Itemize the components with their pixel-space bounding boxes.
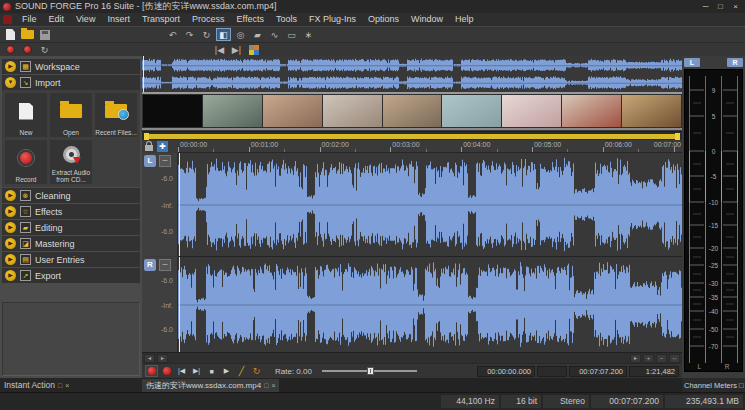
chevron-right-icon[interactable]: ▶ bbox=[5, 61, 16, 72]
instant-action-tab[interactable]: Instant Action bbox=[4, 380, 55, 390]
restore-icon[interactable]: □ bbox=[264, 382, 268, 389]
left-channel-waveform[interactable] bbox=[178, 153, 682, 256]
menu-insert[interactable]: Insert bbox=[101, 13, 136, 26]
import-button-open[interactable]: Open bbox=[50, 93, 92, 137]
zoom-fit-icon[interactable]: ↔ bbox=[669, 354, 680, 363]
auto-region-icon[interactable] bbox=[246, 43, 261, 56]
repeat-icon[interactable]: ↻ bbox=[199, 28, 214, 41]
scroll-right-icon[interactable]: ▸ bbox=[157, 354, 168, 363]
video-thumbnail[interactable] bbox=[203, 95, 262, 127]
edit-tool-button[interactable]: ╱ bbox=[235, 365, 248, 377]
sidebar-section-workspace[interactable]: ▶▦Workspace bbox=[2, 59, 140, 74]
new-file-icon[interactable] bbox=[3, 28, 18, 41]
meter-right-button[interactable]: R bbox=[727, 58, 743, 67]
import-button-recent-files[interactable]: Recent Files... bbox=[95, 93, 137, 137]
left-channel-button[interactable]: L bbox=[144, 155, 156, 167]
menu-tools[interactable]: Tools bbox=[270, 13, 303, 26]
envelope-tool-icon[interactable]: ∿ bbox=[267, 28, 282, 41]
video-thumbnail[interactable] bbox=[143, 95, 202, 127]
menu-options[interactable]: Options bbox=[362, 13, 405, 26]
close-icon[interactable]: × bbox=[271, 382, 275, 389]
close-icon[interactable]: × bbox=[728, 0, 743, 13]
pencil-tool-icon[interactable]: ▰ bbox=[250, 28, 265, 41]
sidebar-section-export[interactable]: ▶↗Export bbox=[2, 268, 140, 283]
video-thumbnail[interactable] bbox=[383, 95, 442, 127]
eraser-tool-icon[interactable]: ▭ bbox=[284, 28, 299, 41]
import-button-new[interactable]: New bbox=[5, 93, 47, 137]
go-to-start-button[interactable]: |◀ bbox=[175, 365, 188, 377]
video-thumbnail[interactable] bbox=[442, 95, 501, 127]
go-to-end-icon[interactable]: ▶| bbox=[229, 43, 244, 56]
menu-file[interactable]: File bbox=[16, 13, 43, 26]
import-button-extract-audio-from-cd[interactable]: Extract Audio from CD... bbox=[50, 140, 92, 184]
video-thumbnail[interactable] bbox=[323, 95, 382, 127]
float-icon[interactable]: □ bbox=[58, 382, 62, 389]
loop-start-handle[interactable] bbox=[144, 133, 149, 140]
horizontal-scrollbar[interactable]: ◂▸ ▸+−↔ bbox=[142, 352, 682, 363]
sidebar-section-editing[interactable]: ▶▰Editing bbox=[2, 220, 140, 235]
document-tab[interactable]: 伤速的安详www.ssdax.com.mp4 □ × bbox=[142, 379, 279, 392]
open-file-icon[interactable] bbox=[20, 28, 35, 41]
save-file-icon[interactable] bbox=[37, 28, 52, 41]
loop-end-handle[interactable] bbox=[675, 133, 680, 140]
magnify-tool-icon[interactable]: ◎ bbox=[233, 28, 248, 41]
chevron-right-icon[interactable]: ▶ bbox=[5, 206, 16, 217]
undo-icon[interactable]: ↶ bbox=[165, 28, 180, 41]
snap-tool-icon[interactable]: ∗ bbox=[301, 28, 316, 41]
minimize-channel-icon[interactable]: ─ bbox=[159, 259, 171, 271]
chevron-right-icon[interactable]: ▶ bbox=[5, 270, 16, 281]
video-thumbnail[interactable] bbox=[263, 95, 322, 127]
chevron-right-icon[interactable]: ▶ bbox=[5, 254, 16, 265]
go-to-end-button[interactable]: ▶| bbox=[190, 365, 203, 377]
video-thumbnail[interactable] bbox=[502, 95, 561, 127]
loop-region-bar[interactable] bbox=[142, 131, 682, 140]
menu-process[interactable]: Process bbox=[186, 13, 231, 26]
pin-icon[interactable]: □ bbox=[739, 381, 744, 390]
record-icon[interactable] bbox=[3, 43, 18, 56]
sidebar-section-import[interactable]: ▼↘Import bbox=[2, 75, 140, 90]
video-thumbnail[interactable] bbox=[562, 95, 621, 127]
scroll-left-icon[interactable]: ◂ bbox=[144, 354, 155, 363]
minimize-icon[interactable]: ─ bbox=[698, 0, 713, 13]
pan-icon[interactable]: ✚ bbox=[157, 141, 168, 152]
video-thumbnail[interactable] bbox=[622, 95, 681, 127]
sidebar-section-user-entries[interactable]: ▶▤User Entries bbox=[2, 252, 140, 267]
menu-fx-plug-ins[interactable]: FX Plug-Ins bbox=[303, 13, 362, 26]
menu-effects[interactable]: Effects bbox=[231, 13, 270, 26]
time-ruler[interactable]: 00:00:0000:01:0000:02:0000:03:0000:04:00… bbox=[178, 140, 682, 153]
right-channel-waveform[interactable] bbox=[178, 257, 682, 352]
menu-edit[interactable]: Edit bbox=[43, 13, 71, 26]
sidebar-section-effects[interactable]: ▶☆Effects bbox=[2, 204, 140, 219]
close-icon[interactable]: × bbox=[65, 382, 69, 389]
chevron-down-icon[interactable]: ▼ bbox=[5, 77, 16, 88]
record-remote-icon[interactable] bbox=[20, 43, 35, 56]
record-button[interactable] bbox=[145, 365, 158, 377]
sidebar-section-cleaning[interactable]: ▶⊗Cleaning bbox=[2, 188, 140, 203]
loop-playback-button[interactable]: ↻ bbox=[250, 365, 263, 377]
maximize-icon[interactable]: □ bbox=[713, 0, 728, 13]
minimize-channel-icon[interactable]: ─ bbox=[159, 155, 171, 167]
redo-icon[interactable]: ↷ bbox=[182, 28, 197, 41]
menu-window[interactable]: Window bbox=[405, 13, 449, 26]
stop-button[interactable]: ■ bbox=[205, 365, 218, 377]
go-to-start-icon[interactable]: |◀ bbox=[212, 43, 227, 56]
rate-slider-handle[interactable] bbox=[367, 367, 374, 375]
chevron-right-icon[interactable]: ▶ bbox=[5, 222, 16, 233]
record-remote-button[interactable] bbox=[160, 365, 173, 377]
zoom-in-icon[interactable]: + bbox=[643, 354, 654, 363]
chevron-right-icon[interactable]: ▶ bbox=[5, 238, 16, 249]
play-button[interactable]: ▶ bbox=[220, 365, 233, 377]
lock-icon[interactable] bbox=[145, 145, 153, 151]
right-channel-button[interactable]: R bbox=[144, 259, 156, 271]
menu-view[interactable]: View bbox=[70, 13, 101, 26]
menu-transport[interactable]: Transport bbox=[136, 13, 186, 26]
scroll-right-icon[interactable]: ▸ bbox=[630, 354, 641, 363]
channel-meters-tab[interactable]: Channel Meters □ bbox=[682, 378, 745, 392]
rate-slider[interactable] bbox=[322, 366, 417, 376]
overview-waveform[interactable] bbox=[142, 56, 682, 92]
event-tool-icon[interactable]: ◧ bbox=[216, 28, 231, 41]
sidebar-section-mastering[interactable]: ▶◪Mastering bbox=[2, 236, 140, 251]
loop-region[interactable] bbox=[144, 134, 680, 139]
loop-playback-icon[interactable]: ↻ bbox=[37, 43, 52, 56]
menu-help[interactable]: Help bbox=[449, 13, 480, 26]
